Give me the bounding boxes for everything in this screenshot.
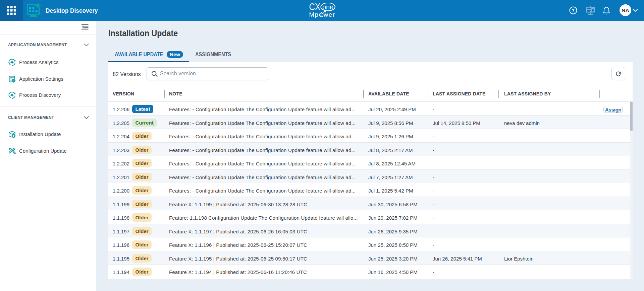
- svg-text:Mp: Mp: [309, 11, 319, 18]
- svg-text:one: one: [322, 3, 333, 11]
- svg-text:wer: wer: [323, 11, 335, 18]
- svg-text:?: ?: [572, 8, 575, 13]
